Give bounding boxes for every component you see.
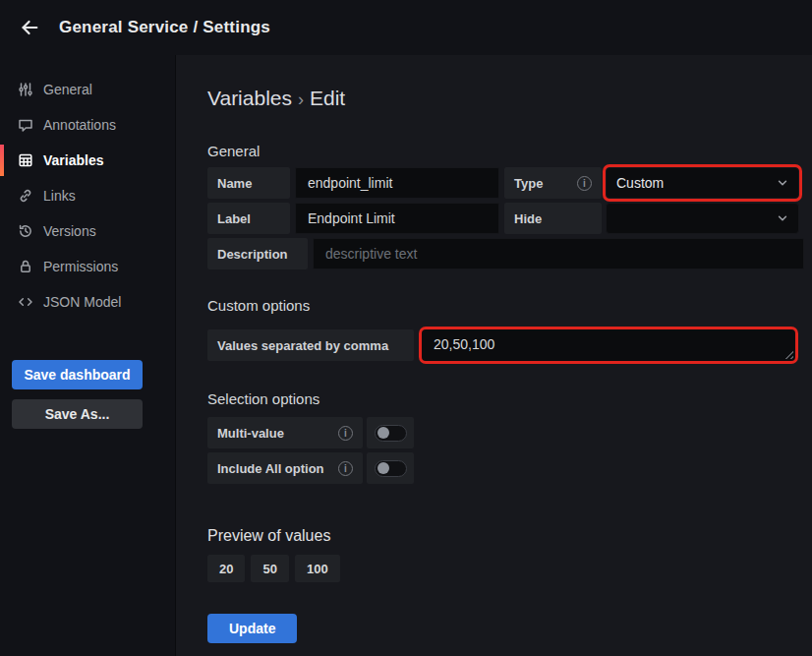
- include-all-info-icon[interactable]: i: [338, 461, 353, 476]
- sidebar-item-annotations[interactable]: Annotations: [0, 107, 175, 143]
- arrow-left-icon: [19, 17, 40, 38]
- chevron-down-icon: [777, 212, 788, 224]
- general-section-heading: General: [207, 143, 812, 159]
- sliders-icon: [18, 82, 33, 97]
- settings-sidebar: General Annotations Variables Links: [0, 55, 175, 656]
- name-label: Name: [207, 167, 290, 199]
- history-icon: [18, 223, 33, 239]
- back-button[interactable]: [16, 14, 43, 41]
- code-icon: [18, 294, 33, 310]
- label-hide-row: Label Hide: [207, 203, 812, 234]
- breadcrumb-current: Edit: [310, 87, 345, 109]
- values-row: Values separated by comma 20,50,100: [207, 329, 812, 361]
- toggle-track: [375, 425, 407, 442]
- save-dashboard-button[interactable]: Save dashboard: [12, 360, 143, 389]
- preview-value-chip: 20: [207, 555, 245, 582]
- sidebar-item-variables[interactable]: Variables: [0, 143, 175, 178]
- variable-editor: Variables›Edit General Name Type i Custo…: [175, 55, 812, 656]
- sidebar-item-general[interactable]: General: [0, 72, 175, 107]
- preview-heading: Preview of values: [207, 527, 812, 545]
- sidebar-item-label: Variables: [43, 152, 104, 168]
- toggle-track: [375, 460, 407, 477]
- preview-value-chip: 100: [295, 555, 340, 582]
- multi-value-row: Multi-value i: [207, 417, 812, 448]
- sidebar-item-label: JSON Model: [43, 294, 121, 310]
- hide-label: Hide: [504, 203, 602, 234]
- type-label: Type i: [504, 167, 602, 199]
- top-bar: General Service / Settings: [0, 0, 812, 55]
- link-icon: [18, 188, 33, 204]
- type-info-icon[interactable]: i: [577, 176, 592, 191]
- name-input[interactable]: [295, 167, 499, 199]
- sidebar-item-links[interactable]: Links: [0, 178, 175, 213]
- update-button[interactable]: Update: [207, 614, 297, 643]
- toggle-knob: [377, 462, 389, 474]
- name-type-row: Name Type i Custom: [207, 167, 812, 199]
- save-as-button[interactable]: Save As...: [12, 399, 143, 429]
- include-all-toggle[interactable]: [367, 452, 414, 484]
- description-input[interactable]: [313, 238, 804, 269]
- include-all-label: Include All option i: [207, 452, 363, 484]
- sidebar-item-label: Permissions: [43, 259, 118, 274]
- preview-value-chip: 50: [251, 555, 288, 582]
- grafana-settings-page: General Service / Settings General Annot…: [0, 0, 812, 656]
- sidebar-item-label: Annotations: [43, 117, 116, 133]
- preview-values: 20 50 100: [207, 555, 812, 582]
- toggle-knob: [377, 427, 389, 439]
- sidebar-item-permissions[interactable]: Permissions: [0, 249, 175, 284]
- sidebar-item-versions[interactable]: Versions: [0, 213, 175, 249]
- sidebar-item-json-model[interactable]: JSON Model: [0, 284, 175, 320]
- hide-select[interactable]: [606, 203, 799, 234]
- sidebar-item-label: General: [43, 82, 92, 97]
- lock-icon: [18, 259, 33, 274]
- description-row: Description: [207, 238, 812, 269]
- values-textarea[interactable]: 20,50,100: [422, 329, 795, 361]
- type-select[interactable]: Custom: [606, 167, 799, 199]
- multi-value-toggle[interactable]: [367, 417, 414, 448]
- multi-value-info-icon[interactable]: i: [338, 426, 353, 441]
- breadcrumb-separator: ›: [292, 89, 310, 109]
- comment-icon: [18, 117, 33, 133]
- multi-value-label: Multi-value i: [207, 417, 363, 448]
- label-label: Label: [207, 203, 290, 234]
- sidebar-item-label: Versions: [43, 223, 96, 239]
- table-icon: [18, 152, 33, 168]
- breadcrumb: Variables›Edit: [207, 87, 812, 110]
- page-title: General Service / Settings: [59, 18, 270, 37]
- values-label: Values separated by comma: [207, 329, 414, 361]
- chevron-down-icon: [777, 177, 788, 189]
- description-label: Description: [207, 238, 308, 269]
- sidebar-item-label: Links: [43, 188, 76, 204]
- label-input[interactable]: [295, 203, 499, 234]
- selection-options-heading: Selection options: [207, 390, 812, 407]
- include-all-row: Include All option i: [207, 452, 812, 484]
- type-select-value: Custom: [616, 175, 664, 191]
- custom-options-heading: Custom options: [207, 297, 812, 314]
- breadcrumb-variables[interactable]: Variables: [207, 87, 292, 109]
